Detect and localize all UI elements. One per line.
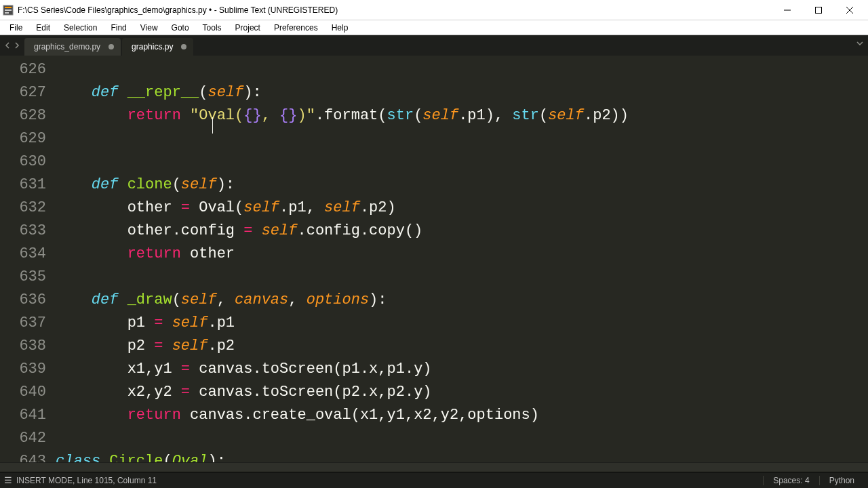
code-line[interactable]: def _draw(self, canvas, options):	[56, 289, 868, 312]
dirty-dot-icon	[108, 44, 114, 49]
tab-label: graphics.py	[132, 42, 173, 52]
tab-nav-arrows[interactable]	[3, 35, 24, 56]
line-number: 626	[0, 58, 46, 81]
line-number: 639	[0, 358, 46, 381]
line-number: 630	[0, 150, 46, 174]
line-number: 638	[0, 335, 46, 358]
tab-label: graphics_demo.py	[34, 42, 100, 52]
code-content[interactable]: def __repr__(self): return "Oval({}, {})…	[53, 56, 868, 462]
menu-preferences[interactable]: Preferences	[267, 22, 325, 34]
line-number: 628	[0, 104, 46, 127]
code-line[interactable]: def __repr__(self):	[56, 81, 868, 104]
line-number: 629	[0, 127, 46, 150]
menu-help[interactable]: Help	[325, 22, 355, 34]
text-caret	[212, 117, 213, 134]
dirty-dot-icon	[181, 44, 186, 49]
code-line[interactable]: x2,y2 = canvas.toScreen(p2.x,p2.y)	[56, 381, 868, 404]
app-icon	[3, 5, 14, 16]
window-controls	[772, 0, 865, 20]
tab-strip: graphics_demo.pygraphics.py	[0, 35, 868, 56]
code-line[interactable]: p1 = self.p1	[56, 312, 868, 335]
line-number: 632	[0, 197, 46, 220]
code-line[interactable]: x1,y1 = canvas.toScreen(p1.x,p1.y)	[56, 358, 868, 381]
line-number: 635	[0, 266, 46, 289]
menu-goto[interactable]: Goto	[165, 22, 196, 34]
titlebar: F:\CS Series\Code Files\graphics_demo\gr…	[0, 0, 868, 20]
menu-tools[interactable]: Tools	[196, 22, 229, 34]
window-title: F:\CS Series\Code Files\graphics_demo\gr…	[18, 5, 772, 15]
code-line[interactable]	[56, 266, 868, 289]
code-line[interactable]	[56, 127, 868, 150]
menubar: FileEditSelectionFindViewGotoToolsProjec…	[0, 20, 868, 35]
line-number: 634	[0, 243, 46, 266]
line-number: 642	[0, 427, 46, 450]
svg-rect-1	[5, 7, 12, 8]
code-line[interactable]: other = Oval(self.p1, self.p2)	[56, 197, 868, 220]
chevron-right-icon	[14, 42, 20, 49]
editor-area[interactable]: 6266276286296306316326336346356366376386…	[0, 56, 868, 462]
status-bar: ☰ INSERT MODE, Line 1015, Column 11 Spac…	[0, 472, 868, 488]
code-line[interactable]: return canvas.create_oval(x1,y1,x2,y2,op…	[56, 404, 868, 427]
line-number: 636	[0, 289, 46, 312]
menu-project[interactable]: Project	[229, 22, 267, 34]
code-line[interactable]: other.config = self.config.copy()	[56, 220, 868, 243]
menu-view[interactable]: View	[134, 22, 165, 34]
line-number: 637	[0, 312, 46, 335]
line-number-gutter: 6266276286296306316326336346356366376386…	[0, 56, 53, 462]
code-line[interactable]: return "Oval({}, {})".format(str(self.p1…	[56, 104, 868, 127]
status-mode: INSERT MODE, Line 1015, Column 11	[16, 476, 157, 485]
svg-rect-3	[5, 12, 9, 14]
line-number: 633	[0, 220, 46, 243]
line-number: 641	[0, 404, 46, 427]
menu-find[interactable]: Find	[104, 22, 133, 34]
horizontal-scrollbar[interactable]	[0, 462, 868, 472]
menu-selection[interactable]: Selection	[57, 22, 104, 34]
code-line[interactable]	[56, 150, 868, 174]
tab-graphics_demo-py[interactable]: graphics_demo.py	[24, 38, 121, 56]
status-syntax[interactable]: Python	[819, 476, 864, 485]
minimize-button[interactable]	[772, 0, 803, 20]
line-number: 643	[0, 450, 46, 462]
code-line[interactable]	[56, 58, 868, 81]
code-line[interactable]	[56, 427, 868, 450]
chevron-left-icon	[4, 42, 11, 49]
code-line[interactable]: return other	[56, 243, 868, 266]
code-line[interactable]: p2 = self.p2	[56, 335, 868, 358]
status-spaces[interactable]: Spaces: 4	[763, 476, 818, 485]
svg-rect-2	[5, 9, 12, 11]
line-number: 631	[0, 174, 46, 197]
menu-edit[interactable]: Edit	[29, 22, 57, 34]
tab-graphics-py[interactable]: graphics.py	[122, 38, 193, 56]
line-number: 640	[0, 381, 46, 404]
menu-file[interactable]: File	[3, 22, 29, 34]
code-line[interactable]: def clone(self):	[56, 174, 868, 197]
tab-overflow-icon[interactable]	[856, 39, 864, 49]
line-number: 627	[0, 81, 46, 104]
svg-rect-5	[816, 7, 822, 13]
close-button[interactable]	[834, 0, 865, 20]
hamburger-icon[interactable]: ☰	[4, 475, 12, 485]
code-line[interactable]: class Circle(Oval):	[56, 450, 868, 462]
maximize-button[interactable]	[803, 0, 834, 20]
